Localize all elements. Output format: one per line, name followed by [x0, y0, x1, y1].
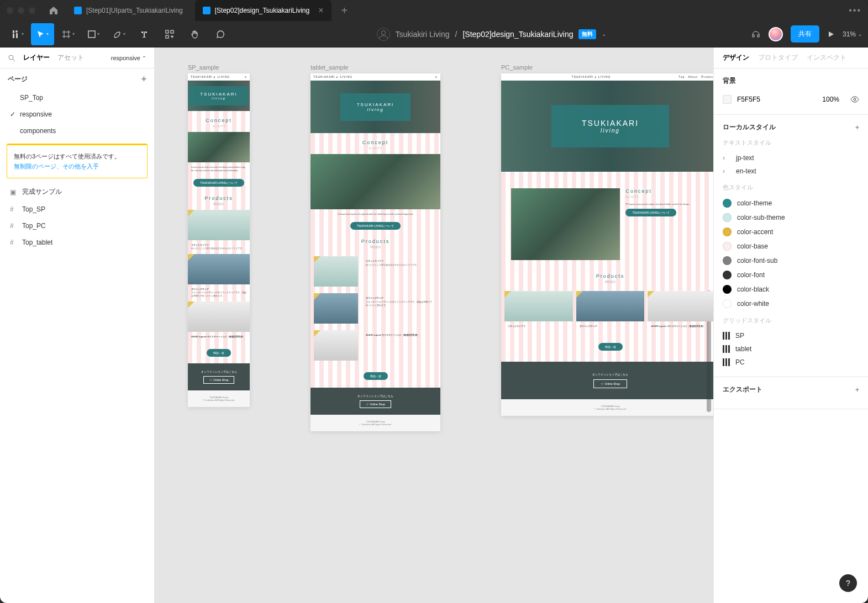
color-style-row[interactable]: color-font-sub: [723, 253, 859, 268]
zoom-control[interactable]: 31% ⌄: [843, 30, 862, 38]
figma-file-icon: [203, 7, 211, 14]
frame-pc[interactable]: TSUKIAKARI ▸ LIVING TopAboutProducts TSU…: [501, 73, 713, 416]
color-style-row[interactable]: color-accent: [723, 225, 859, 239]
plan-badge: 無料: [578, 29, 596, 39]
color-swatch: [723, 228, 732, 236]
hand-tool[interactable]: [183, 23, 207, 45]
color-style-row[interactable]: color-sub-theme: [723, 210, 859, 225]
local-styles-heading: ローカルスタイル: [723, 123, 776, 132]
headphones-icon[interactable]: [751, 29, 761, 39]
frame-icon: #: [10, 222, 18, 230]
close-dot[interactable]: [7, 7, 13, 14]
menu-icon: ≡: [435, 75, 438, 78]
color-name: color-theme: [737, 199, 772, 207]
upgrade-banner: 無料の3ページはすべて使用済みです。 無制限のページ、その他を入手: [7, 144, 148, 178]
design-tab[interactable]: デザイン: [723, 53, 749, 62]
svg-point-10: [854, 98, 856, 100]
bg-swatch[interactable]: [723, 95, 732, 104]
search-icon[interactable]: [8, 54, 15, 62]
grid-style-row[interactable]: PC: [723, 356, 859, 369]
team-avatar-icon[interactable]: [377, 28, 390, 41]
grid-style-row[interactable]: SP: [723, 329, 859, 342]
chevron-up-icon: ⌃: [142, 55, 146, 61]
min-dot[interactable]: [18, 7, 24, 14]
page-selector[interactable]: responsive ⌃: [111, 55, 146, 61]
main-menu-button[interactable]: ▾: [6, 23, 29, 45]
text-style-row[interactable]: ›en-text: [723, 165, 859, 178]
figma-file-icon: [74, 7, 82, 14]
color-swatch: [723, 285, 732, 294]
play-icon[interactable]: [827, 30, 835, 38]
color-swatch: [723, 271, 732, 279]
color-styles-heading: 色スタイル: [723, 183, 859, 192]
layer-row[interactable]: ▣完成サンプル: [0, 183, 154, 201]
breadcrumb-team[interactable]: Tsukiakiri Living: [396, 30, 450, 39]
window-menu-icon[interactable]: •••: [849, 6, 861, 15]
chevron-down-icon: ▾: [22, 31, 24, 36]
chevron-down-icon: ▾: [46, 31, 49, 36]
home-tab[interactable]: [45, 2, 62, 19]
upgrade-link[interactable]: 無制限のページ、その他を入手: [14, 163, 99, 170]
user-avatar[interactable]: [769, 27, 783, 41]
shape-tool[interactable]: ▾: [82, 23, 105, 45]
eye-icon[interactable]: [850, 95, 859, 104]
add-export-button[interactable]: +: [855, 386, 859, 394]
file-tab-2-active[interactable]: [Step02]design_TsukiakariLiving ×: [195, 0, 332, 21]
component-icon: ▣: [10, 188, 18, 196]
window-titlebar: [Step01]UIparts_TsukiakariLiving [Step02…: [0, 0, 868, 21]
assets-tab[interactable]: アセット: [57, 53, 84, 62]
page-item-sp-top[interactable]: SP_Top: [0, 89, 154, 106]
comment-tool[interactable]: [209, 23, 232, 45]
svg-point-9: [9, 55, 13, 60]
frame-icon: #: [10, 239, 18, 246]
add-style-button[interactable]: +: [855, 124, 859, 131]
pen-tool[interactable]: ▾: [107, 23, 130, 45]
design-canvas[interactable]: SP_sample TSUKIAKARI ▸ LIVING≡ TSUKIAKAR…: [155, 47, 713, 603]
help-button[interactable]: ?: [839, 574, 857, 592]
frame-label-sp[interactable]: SP_sample: [188, 64, 250, 71]
text-style-row[interactable]: ›jp-text: [723, 151, 859, 165]
max-dot[interactable]: [29, 7, 35, 14]
chevron-down-icon: ⌄: [858, 31, 862, 37]
color-style-row[interactable]: color-black: [723, 282, 859, 297]
svg-rect-0: [13, 30, 14, 33]
color-style-row[interactable]: color-font: [723, 268, 859, 282]
add-page-button[interactable]: +: [141, 74, 146, 84]
prototype-tab[interactable]: プロトタイプ: [758, 53, 798, 62]
color-style-row[interactable]: color-base: [723, 239, 859, 253]
frame-tablet[interactable]: TSUKIAKARI ▸ LIVING≡ TSUKIAKARIliving Co…: [311, 73, 440, 431]
page-item-responsive[interactable]: ✓ responsive: [0, 106, 154, 123]
file-tab-1[interactable]: [Step01]UIparts_TsukiakariLiving: [66, 0, 191, 21]
color-swatch: [723, 299, 732, 308]
share-button[interactable]: 共有: [791, 25, 819, 43]
bg-opacity-input[interactable]: [814, 96, 839, 103]
grid-styles-heading: グリッドスタイル: [723, 316, 859, 325]
layer-row[interactable]: #Top_SP: [0, 201, 154, 218]
check-icon: ✓: [10, 110, 15, 118]
bg-hex-input[interactable]: [737, 96, 770, 103]
resources-tool[interactable]: [158, 23, 181, 45]
new-tab-button[interactable]: +: [336, 4, 354, 17]
frame-tool[interactable]: ▾: [56, 23, 80, 45]
grid-style-row[interactable]: tablet: [723, 342, 859, 356]
color-style-row[interactable]: color-white: [723, 297, 859, 311]
chevron-down-icon: ▾: [97, 31, 99, 36]
frame-sp[interactable]: TSUKIAKARI ▸ LIVING≡ TSUKIAKARIliving Co…: [188, 73, 250, 407]
background-heading: 背景: [723, 76, 736, 86]
layer-row[interactable]: #Top_tablet: [0, 234, 154, 251]
breadcrumb-file[interactable]: [Step02]design_TsukiakariLiving: [462, 30, 573, 39]
frame-label-tablet[interactable]: tablet_sample: [311, 64, 440, 71]
move-tool[interactable]: ▾: [31, 23, 54, 45]
inspect-tab[interactable]: インスペクト: [807, 53, 846, 62]
svg-rect-3: [16, 33, 18, 38]
page-item-components[interactable]: components: [0, 123, 154, 139]
layers-tab[interactable]: レイヤー: [23, 53, 50, 62]
frame-label-pc[interactable]: PC_sample: [501, 64, 713, 71]
color-style-row[interactable]: color-theme: [723, 196, 859, 210]
text-tool[interactable]: [133, 23, 156, 45]
layer-row[interactable]: #Top_PC: [0, 218, 154, 234]
text-styles-heading: テキストスタイル: [723, 139, 859, 147]
close-tab-icon[interactable]: ×: [318, 6, 323, 15]
chevron-down-icon[interactable]: ⌄: [602, 31, 606, 37]
chevron-right-icon: ›: [723, 167, 730, 175]
